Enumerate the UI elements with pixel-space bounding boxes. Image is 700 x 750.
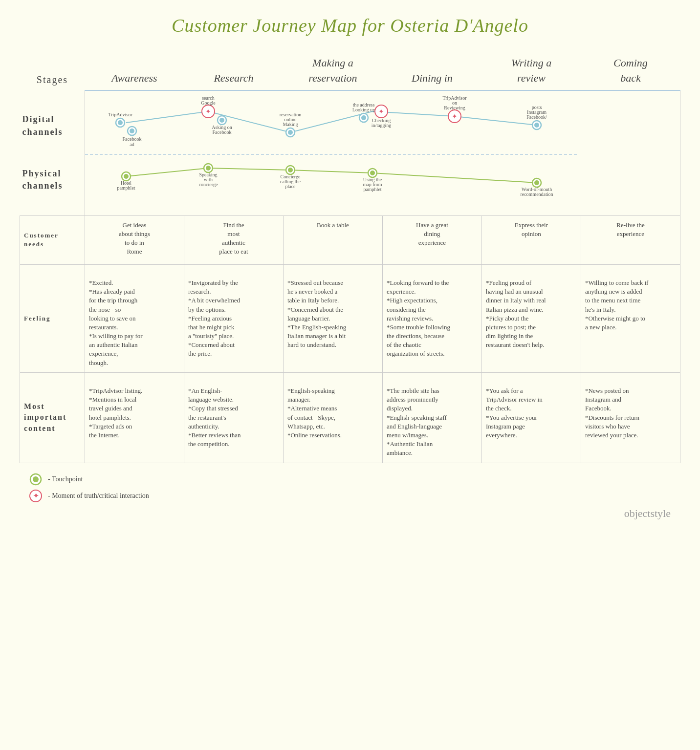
feeling-awareness: *Excited. *Has already paid for the trip…	[85, 264, 184, 372]
svg-point-13	[219, 118, 224, 123]
svg-point-54	[370, 171, 375, 175]
feeling-coming-back: *Willing to come back if anything new is…	[581, 264, 680, 372]
page-title: Customer Journey Map for Osteria D'Angel…	[20, 15, 680, 36]
need-research: Find the most authentic place to eat	[184, 215, 283, 264]
svg-text:✦: ✦	[378, 108, 384, 115]
svg-text:concierge: concierge	[199, 182, 218, 187]
journey-chart: TripAdvisor Facebook ad ✦ Google search …	[85, 91, 578, 213]
physical-label: Physical channels	[22, 168, 82, 192]
feeling-research: *Invigorated by the research. *A bit ove…	[184, 264, 283, 372]
svg-point-59	[534, 180, 539, 185]
svg-text:in/tagging: in/tagging	[372, 123, 392, 128]
digital-label: Digital channels	[22, 113, 82, 138]
stage-review: Writing areview	[481, 51, 581, 90]
content-row: Mostimportantcontent *TripAdvisor listin…	[20, 372, 680, 463]
feeling-reservation: *Stressed out because he's never booked …	[283, 264, 382, 372]
svg-text:place: place	[285, 184, 296, 189]
svg-point-2	[118, 120, 123, 125]
svg-text:the address: the address	[353, 102, 375, 107]
touchpoint-legend-icon	[29, 473, 42, 486]
svg-text:posts: posts	[532, 105, 542, 110]
need-awareness: Get ideas about things to do in Rome	[85, 215, 184, 264]
content-coming-back: *News posted on Instagram and Facebook. …	[581, 372, 680, 463]
content-research: *An English- language website. *Copy tha…	[184, 372, 283, 463]
svg-point-22	[361, 115, 366, 120]
svg-point-17	[288, 130, 293, 135]
content-reservation: *English-speaking manager. *Alternative …	[283, 372, 382, 463]
svg-text:Reviewing: Reviewing	[444, 105, 465, 110]
feeling-row: Feeling *Excited. *Has already paid for …	[20, 264, 680, 372]
critical-legend-label: - Moment of truth/critical interaction	[48, 492, 149, 500]
channels-label-cell: Digital channels Physical channels	[20, 90, 85, 216]
feeling-review: *Feeling proud of having had an unusual …	[481, 264, 581, 372]
touchpoint-legend-label: - Touchpoint	[48, 475, 83, 483]
svg-text:reservation: reservation	[280, 112, 301, 117]
stage-research: Research	[184, 51, 283, 90]
svg-text:TripAdvisor: TripAdvisor	[108, 112, 132, 117]
feeling-dining: *Looking forward to the experience. *Hig…	[382, 264, 481, 372]
svg-text:Instagram: Instagram	[527, 109, 547, 115]
brand-logo: objectstyle	[20, 507, 680, 520]
svg-text:ad: ad	[130, 142, 134, 147]
svg-point-40	[124, 174, 129, 179]
svg-text:TripAdvisor: TripAdvisor	[442, 95, 467, 101]
svg-text:online: online	[284, 117, 297, 122]
svg-text:on: on	[452, 100, 457, 106]
svg-point-44	[206, 166, 211, 171]
customer-needs-label: Customerneeds	[20, 215, 85, 264]
stage-coming-back: Comingback	[581, 51, 680, 90]
content-dining: *The mobile site has address prominently…	[382, 372, 481, 463]
stages-label: Stages	[20, 51, 85, 90]
svg-text:pamphlet: pamphlet	[363, 187, 381, 192]
svg-text:Google: Google	[201, 100, 216, 106]
svg-text:Making: Making	[283, 122, 298, 127]
stages-row: Stages Awareness Research Making areserv…	[20, 51, 680, 90]
need-reservation: Book a table	[283, 215, 382, 264]
stage-dining: Dining in	[382, 51, 481, 90]
stage-awareness: Awareness	[85, 51, 184, 90]
customer-needs-row: Customerneeds Get ideas about things to …	[20, 215, 680, 264]
svg-text:✦: ✦	[33, 492, 39, 500]
svg-text:recommendation: recommendation	[520, 192, 553, 197]
svg-point-63	[33, 476, 39, 482]
touchpoint-legend: - Touchpoint	[29, 473, 680, 486]
need-dining: Have a great dining experience	[382, 215, 481, 264]
channels-chart-cell: TripAdvisor Facebook ad ✦ Google search …	[85, 90, 680, 216]
svg-text:Facebook: Facebook	[122, 136, 141, 142]
svg-point-49	[288, 168, 293, 172]
need-coming-back: Re-live the experience	[581, 215, 680, 264]
stage-reservation: Making areservation	[283, 51, 382, 90]
content-label: Mostimportantcontent	[20, 372, 85, 463]
svg-text:Facebook: Facebook	[212, 129, 231, 135]
svg-text:Looking up: Looking up	[352, 107, 375, 112]
svg-text:✦: ✦	[452, 113, 458, 120]
content-awareness: *TripAdvisor listing. *Mentions in local…	[85, 372, 184, 463]
svg-text:pamphlet: pamphlet	[117, 185, 135, 191]
svg-point-35	[534, 123, 539, 128]
legend-area: - Touchpoint ✦ - Moment of truth/critica…	[20, 473, 680, 502]
journey-map-table: Stages Awareness Research Making areserv…	[20, 51, 680, 463]
channels-row: Digital channels Physical channels	[20, 90, 680, 216]
critical-legend-icon: ✦	[29, 490, 42, 502]
svg-text:search: search	[202, 95, 215, 101]
svg-point-5	[130, 129, 134, 133]
svg-text:Facebook/: Facebook/	[526, 114, 547, 120]
critical-legend: ✦ - Moment of truth/critical interaction	[29, 490, 680, 502]
content-review: *You ask for a TripAdvisor review in the…	[481, 372, 581, 463]
svg-text:✦: ✦	[205, 108, 211, 115]
need-review: Express their opinion	[481, 215, 581, 264]
feeling-label: Feeling	[20, 264, 85, 372]
